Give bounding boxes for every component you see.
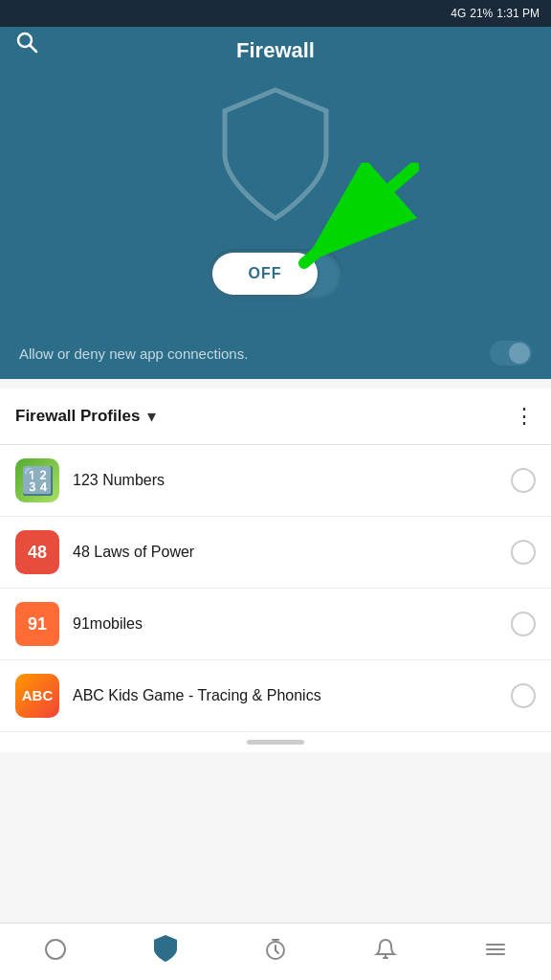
profiles-title: Firewall Profiles [15, 407, 140, 426]
toggle-knob: OFF [212, 253, 318, 295]
page-title: Firewall [236, 38, 315, 63]
app-name-1: 48 Laws of Power [73, 544, 497, 561]
timer-icon [264, 938, 287, 967]
app-icon-91mobiles: 91 [15, 602, 59, 646]
profiles-section: Firewall Profiles ▾ ⋮ 🔢 123 Numbers 48 4… [0, 389, 551, 752]
shield-nav-icon [153, 934, 178, 969]
time-display: 1:31 PM [496, 7, 540, 20]
nav-item-notifications[interactable] [331, 924, 441, 980]
app-list: 🔢 123 Numbers 48 48 Laws of Power 91 91m… [0, 445, 551, 732]
nav-item-timer[interactable] [220, 924, 330, 980]
svg-point-4 [46, 940, 65, 959]
scroll-bar [247, 740, 304, 745]
app-name-3: ABC Kids Game - Tracing & Phonics [73, 687, 497, 704]
nav-item-menu[interactable] [441, 924, 551, 980]
radio-3[interactable] [511, 683, 536, 708]
nav-item-firewall[interactable] [110, 924, 220, 980]
nav-item-home[interactable] [0, 924, 110, 980]
app-header: Firewall [0, 27, 551, 63]
more-options-icon[interactable]: ⋮ [514, 404, 536, 429]
radio-0[interactable] [511, 468, 536, 493]
profiles-title-row: Firewall Profiles ▾ [15, 406, 156, 427]
scroll-indicator [0, 732, 551, 752]
battery-level: 21% [470, 7, 493, 20]
svg-line-7 [276, 950, 278, 953]
list-item[interactable]: 91 91mobiles [0, 589, 551, 660]
list-item[interactable]: ABC ABC Kids Game - Tracing & Phonics [0, 660, 551, 732]
network-indicator: 4G [451, 7, 466, 20]
small-toggle-knob [509, 343, 530, 364]
allow-connections-row: Allow or deny new app connections. [0, 327, 551, 379]
status-bar: 4G 21% 1:31 PM [0, 0, 551, 27]
toggle-container: OFF [209, 249, 342, 299]
app-name-2: 91mobiles [73, 615, 497, 633]
list-item[interactable]: 48 48 Laws of Power [0, 517, 551, 589]
search-icon[interactable] [15, 31, 38, 59]
firewall-toggle[interactable]: OFF [209, 249, 342, 299]
shield-container [213, 82, 338, 230]
app-icon-123numbers: 🔢 [15, 458, 59, 502]
profiles-header: Firewall Profiles ▾ ⋮ [0, 389, 551, 445]
shield-icon [213, 82, 338, 226]
svg-line-1 [31, 46, 37, 53]
app-icon-48laws: 48 [15, 530, 59, 574]
toggle-state-label: OFF [249, 265, 282, 282]
bottom-nav [0, 923, 551, 980]
chevron-down-icon[interactable]: ▾ [147, 406, 156, 427]
status-icons: 4G 21% 1:31 PM [451, 7, 540, 20]
allow-connections-toggle[interactable] [490, 341, 532, 366]
list-item[interactable]: 🔢 123 Numbers [0, 445, 551, 517]
radio-1[interactable] [511, 540, 536, 565]
hero-section: OFF [0, 63, 551, 327]
menu-icon [484, 938, 507, 967]
allow-connections-label: Allow or deny new app connections. [19, 345, 248, 362]
bell-icon [374, 938, 397, 967]
app-icon-abckids: ABC [15, 674, 59, 718]
app-name-0: 123 Numbers [73, 472, 497, 489]
home-icon [44, 938, 67, 967]
radio-2[interactable] [511, 612, 536, 636]
